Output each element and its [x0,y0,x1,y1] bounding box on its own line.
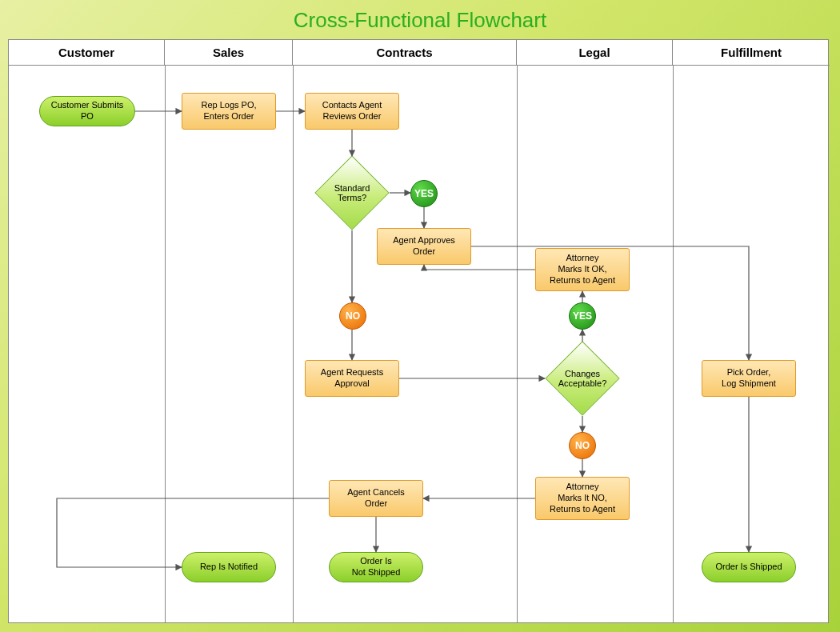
connector-no-1: NO [339,302,366,330]
decision-changes-acceptable: ChangesAcceptable? [556,352,609,405]
decision-label: Standard Terms? [326,183,378,202]
connector-yes-1: YES [410,180,438,207]
process-agent-requests: Agent RequestsApproval [305,360,399,397]
process-agent-reviews: Contacts AgentReviews Order [305,93,399,130]
connector-yes-2: YES [569,302,596,330]
process-pick-order: Pick Order,Log Shipment [702,360,796,397]
process-rep-logs: Rep Logs PO,Enters Order [182,93,276,130]
lane-header-sales: Sales [165,40,293,66]
lane-header-contracts: Contracts [293,40,517,66]
process-agent-cancels: Agent CancelsOrder [329,480,423,517]
lane-divider [517,66,518,622]
flowchart-arrows [9,40,830,624]
decision-label: ChangesAcceptable? [556,369,609,388]
terminator-customer-submits: Customer SubmitsPO [39,96,135,126]
process-agent-approves: Agent ApprovesOrder [377,228,471,265]
lane-divider [165,66,166,622]
process-attorney-ok: AttorneyMarks It OK,Returns to Agent [535,248,630,291]
terminator-not-shipped: Order IsNot Shipped [329,552,423,582]
terminator-rep-notified: Rep Is Notified [182,552,276,582]
connector-no-2: NO [569,432,596,459]
flowchart-canvas: Customer Sales Contracts Legal Fulfillme… [8,39,829,623]
lane-header-legal: Legal [517,40,673,66]
flowchart-title: Cross-Functional Flowchart [8,8,832,33]
decision-standard-terms: Standard Terms? [326,166,378,219]
lane-header-customer: Customer [9,40,165,66]
terminator-order-shipped: Order Is Shipped [702,552,796,582]
process-attorney-no: AttorneyMarks It NO,Returns to Agent [535,477,630,520]
lane-header-fulfillment: Fulfillment [673,40,830,66]
lane-divider [673,66,674,622]
lane-divider [293,66,294,622]
